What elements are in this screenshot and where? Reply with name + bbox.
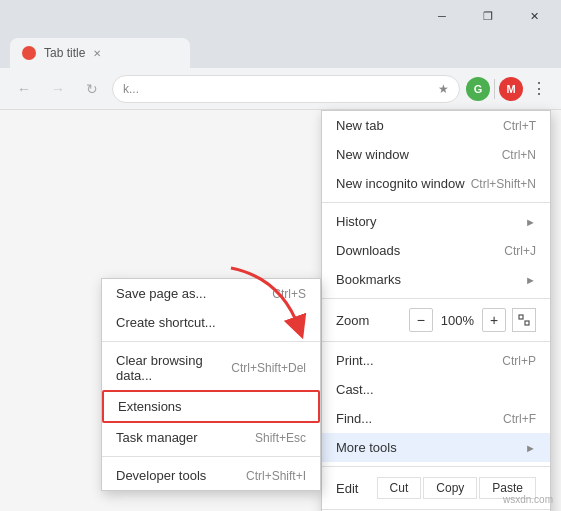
incognito-label: New incognito window [336,176,465,191]
back-button[interactable]: ← [10,75,38,103]
zoom-label: Zoom [336,313,409,328]
submenu-item-create-shortcut[interactable]: Create shortcut... [102,308,320,337]
address-bar[interactable]: k... ★ [112,75,460,103]
submenu-item-clear-browsing[interactable]: Clear browsing data... Ctrl+Shift+Del [102,346,320,390]
more-tools-arrow-icon: ► [525,442,536,454]
submenu-item-developer-tools[interactable]: Developer tools Ctrl+Shift+I [102,461,320,490]
copy-button[interactable]: Copy [423,477,477,499]
more-tools-label: More tools [336,440,397,455]
separator-2 [322,298,550,299]
minimize-button[interactable]: ─ [419,0,465,32]
zoom-row: Zoom − 100% + [322,303,550,337]
find-shortcut: Ctrl+F [503,412,536,426]
menu-item-find[interactable]: Find... Ctrl+F [322,404,550,433]
history-arrow-icon: ► [525,216,536,228]
zoom-value: 100% [433,313,482,328]
svg-rect-1 [525,321,529,325]
page-content: New tab Ctrl+T New window Ctrl+N New inc… [0,110,561,511]
edit-label: Edit [336,481,377,496]
browser-tab[interactable]: Tab title ✕ [10,38,190,68]
tab-title: Tab title [44,46,85,60]
menu-item-history[interactable]: History ► [322,207,550,236]
svg-rect-0 [519,315,523,319]
extensions-label: Extensions [118,399,182,414]
menu-item-new-window[interactable]: New window Ctrl+N [322,140,550,169]
new-tab-label: New tab [336,118,384,133]
menu-item-new-tab[interactable]: New tab Ctrl+T [322,111,550,140]
sub-separator-1 [102,341,320,342]
sub-separator-2 [102,456,320,457]
developer-tools-shortcut: Ctrl+Shift+I [246,469,306,483]
title-bar: ─ ❐ ✕ [0,0,561,32]
task-manager-shortcut: Shift+Esc [255,431,306,445]
downloads-shortcut: Ctrl+J [504,244,536,258]
more-tools-submenu: Save page as... Ctrl+S Create shortcut..… [101,278,321,491]
reload-button[interactable]: ↻ [78,75,106,103]
tab-favicon [22,46,36,60]
cast-label: Cast... [336,382,374,397]
google-account-icon[interactable]: G [466,77,490,101]
find-label: Find... [336,411,372,426]
new-window-label: New window [336,147,409,162]
menu-item-more-tools[interactable]: More tools ► [322,433,550,462]
omnibox-bar: ← → ↻ k... ★ G M ⋮ [0,68,561,110]
print-label: Print... [336,353,374,368]
zoom-plus-button[interactable]: + [482,308,506,332]
bookmark-star-icon[interactable]: ★ [438,82,449,96]
fullscreen-button[interactable] [512,308,536,332]
separator-1 [322,202,550,203]
clear-browsing-label: Clear browsing data... [116,353,231,383]
developer-tools-label: Developer tools [116,468,206,483]
print-shortcut: Ctrl+P [502,354,536,368]
cut-button[interactable]: Cut [377,477,422,499]
history-label: History [336,214,376,229]
clear-browsing-shortcut: Ctrl+Shift+Del [231,361,306,375]
separator-3 [322,341,550,342]
new-window-shortcut: Ctrl+N [502,148,536,162]
new-tab-shortcut: Ctrl+T [503,119,536,133]
incognito-shortcut: Ctrl+Shift+N [471,177,536,191]
watermark: wsxdn.com [503,494,553,505]
zoom-minus-button[interactable]: − [409,308,433,332]
separator-5 [322,509,550,510]
tab-bar: Tab title ✕ [0,32,561,68]
close-button[interactable]: ✕ [511,0,557,32]
bookmarks-arrow-icon: ► [525,274,536,286]
tab-close-button[interactable]: ✕ [93,48,101,59]
chrome-context-menu: New tab Ctrl+T New window Ctrl+N New inc… [321,110,551,511]
submenu-item-task-manager[interactable]: Task manager Shift+Esc [102,423,320,452]
task-manager-label: Task manager [116,430,198,445]
bookmarks-label: Bookmarks [336,272,401,287]
forward-button[interactable]: → [44,75,72,103]
toolbar-icons: G M ⋮ [466,77,551,101]
profile-avatar[interactable]: M [499,77,523,101]
save-page-shortcut: Ctrl+S [272,287,306,301]
submenu-item-save-page[interactable]: Save page as... Ctrl+S [102,279,320,308]
chrome-menu-button[interactable]: ⋮ [527,79,551,98]
save-page-label: Save page as... [116,286,206,301]
url-text: k... [123,82,139,96]
separator-4 [322,466,550,467]
browser-window: ─ ❐ ✕ Tab title ✕ ← → ↻ k... ★ G M ⋮ N [0,0,561,511]
menu-item-incognito[interactable]: New incognito window Ctrl+Shift+N [322,169,550,198]
restore-button[interactable]: ❐ [465,0,511,32]
downloads-label: Downloads [336,243,400,258]
create-shortcut-label: Create shortcut... [116,315,216,330]
menu-item-bookmarks[interactable]: Bookmarks ► [322,265,550,294]
submenu-item-extensions[interactable]: Extensions [102,390,320,423]
menu-item-cast[interactable]: Cast... [322,375,550,404]
menu-item-print[interactable]: Print... Ctrl+P [322,346,550,375]
menu-item-downloads[interactable]: Downloads Ctrl+J [322,236,550,265]
